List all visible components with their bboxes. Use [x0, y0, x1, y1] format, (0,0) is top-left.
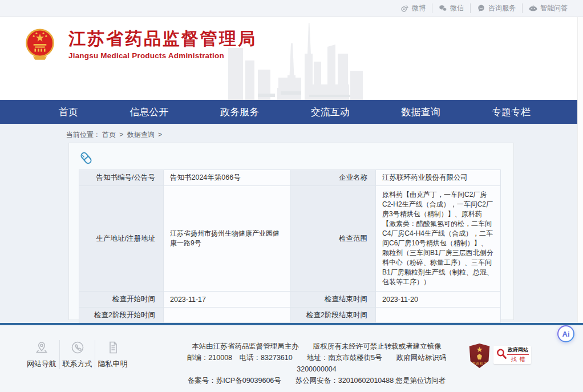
- consult-service-link[interactable]: 咨询服务: [470, 3, 522, 13]
- inspection-end-label: 检查结束时间: [290, 292, 376, 308]
- inspection-scope-value: 原料药【曲克芦丁，一车间C2厂房C2-H2生产线（合成），一车间C2厂房3号精烘…: [376, 186, 501, 292]
- inspection-end-value: 2023-11-20: [376, 292, 501, 308]
- company-name-value: 江苏联环药业股份有限公司: [376, 170, 501, 186]
- inspection-start-label: 检查开始时间: [79, 292, 164, 308]
- footer-line-host: 本站由江苏省药品监督管理局主办 版权所有未经许可禁止转载或者建立镜像: [168, 341, 465, 352]
- party-gov-org-badge[interactable]: ★ 党政机关: [469, 343, 490, 368]
- ai-assistant-button-label: Ai: [558, 326, 573, 341]
- footer-legal-text: 本站由江苏省药品监督管理局主办 版权所有未经许可禁止转载或者建立镜像 邮编：21…: [168, 341, 465, 386]
- footer-quick-links: 网站导航 联系方式 隐私申明: [24, 340, 130, 369]
- error-report-badge-top: 政府网站: [507, 346, 529, 355]
- company-name-label: 企业名称: [290, 170, 376, 186]
- phone-icon: [60, 340, 95, 355]
- contact-link[interactable]: 联系方式: [59, 340, 95, 369]
- contact-label: 联系方式: [60, 359, 95, 369]
- robot-qa-icon: [529, 4, 537, 13]
- party-gov-org-badge-label: 党政机关: [472, 361, 487, 366]
- nav-item-special-topics[interactable]: 专题专栏: [492, 106, 531, 119]
- wechat-link[interactable]: 微信: [432, 3, 470, 13]
- breadcrumb: 当前位置：首页 > 数据查询 >: [66, 130, 164, 140]
- privacy-link[interactable]: 隐私申明: [95, 340, 130, 369]
- nav-item-home[interactable]: 首页: [59, 106, 78, 119]
- table-row: 生产地址/注册地址 江苏省扬州市扬州生物健康产业园健康一路9号 检查范围 原料药…: [79, 186, 501, 292]
- site-header: 江苏省药品监督管理局 Jiangsu Medical Products Admi…: [0, 17, 583, 100]
- notice-number-value: 告知书2024年第066号: [164, 170, 290, 186]
- nav-item-gov-services[interactable]: 政务服务: [220, 106, 259, 119]
- map-pin-icon: [24, 340, 59, 355]
- weibo-icon: [400, 4, 409, 13]
- site-footer: 网站导航 联系方式 隐私申明 本站由江苏省药品监督管理局主办 版权所有未经许可禁…: [0, 323, 583, 392]
- badge-pillar-icon: [477, 354, 482, 359]
- weibo-label: 微博: [412, 3, 426, 13]
- nav-item-info-disclosure[interactable]: 信息公开: [130, 106, 169, 119]
- table-row: 告知书编号/公告号 告知书2024年第066号 企业名称 江苏联环药业股份有限公…: [79, 170, 501, 186]
- smart-qa-label: 智能问答: [540, 3, 568, 13]
- badge-star-icon: ★: [476, 345, 483, 354]
- site-title: 江苏省药品监督管理局: [68, 29, 257, 49]
- inspection-scope-label: 检查范围: [290, 186, 376, 292]
- wechat-label: 微信: [450, 3, 464, 13]
- phase2-start-label: 检查2阶段开始时间: [79, 308, 164, 323]
- main-navigation: 首页 信息公开 政务服务 交流互动 数据查询 专题专栏: [0, 100, 583, 124]
- notice-number-label: 告知书编号/公告号: [79, 170, 164, 186]
- error-report-badge-text: 政府网站 找错: [507, 346, 529, 363]
- national-emblem-logo: [25, 27, 55, 62]
- table-row: 检查2阶段开始时间 检查2阶段结束时间: [79, 308, 501, 323]
- nav-item-data-query[interactable]: 数据查询: [401, 106, 440, 119]
- breadcrumb-prefix: 当前位置：: [66, 131, 100, 139]
- footer-line-icp: 备案号：苏ICP备09039606号 苏公网安备：32010602010488 …: [168, 375, 465, 386]
- phase2-start-value: [164, 308, 290, 323]
- content-area: 当前位置：首页 > 数据查询 > 告知书编号/公告号 告知书2024年第066号…: [0, 124, 583, 323]
- breadcrumb-home-link[interactable]: 首页: [102, 131, 116, 139]
- breadcrumb-separator: >: [119, 131, 123, 139]
- scrollbar-track[interactable]: [577, 17, 583, 323]
- brand-block[interactable]: 江苏省药品监督管理局 Jiangsu Medical Products Admi…: [25, 27, 257, 62]
- site-subtitle: Jiangsu Medical Products Administration: [68, 51, 257, 60]
- privacy-label: 隐私申明: [95, 359, 130, 369]
- footer-line-contact: 邮编：210008 电话：83273610 地址：南京市鼓楼街5号 政府网站标识…: [168, 352, 465, 375]
- smart-qa-link[interactable]: 智能问答: [522, 3, 574, 13]
- phase2-end-label: 检查2阶段结束时间: [290, 308, 376, 323]
- phase2-end-value: [376, 308, 501, 323]
- breadcrumb-separator-2: >: [158, 131, 162, 139]
- site-map-label: 网站导航: [24, 359, 59, 369]
- site-map-link[interactable]: 网站导航: [24, 340, 59, 369]
- table-row: 检查开始时间 2023-11-17 检查结束时间 2023-11-20: [79, 292, 501, 308]
- gov-site-error-report-badge[interactable]: 政府网站 找错: [493, 346, 531, 364]
- error-report-badge-bottom: 找错: [507, 355, 529, 363]
- privacy-doc-icon: [95, 340, 130, 355]
- breadcrumb-data-query-link[interactable]: 数据查询: [127, 131, 155, 139]
- ai-assistant-button[interactable]: Ai: [557, 325, 574, 342]
- production-address-label: 生产地址/注册地址: [79, 186, 164, 292]
- inspection-start-value: 2023-11-17: [164, 292, 290, 308]
- magnifier-icon: [496, 347, 507, 362]
- wechat-icon: [439, 4, 447, 13]
- consult-service-label: 咨询服务: [488, 3, 516, 13]
- top-utility-bar: 微博 微信 咨询服务 智能问答: [0, 0, 583, 17]
- nav-item-interaction[interactable]: 交流互动: [311, 106, 350, 119]
- production-address-value: 江苏省扬州市扬州生物健康产业园健康一路9号: [164, 186, 290, 292]
- weibo-link[interactable]: 微博: [394, 3, 432, 13]
- inspection-detail-card: 告知书编号/公告号 告知书2024年第066号 企业名称 江苏联环药业股份有限公…: [68, 143, 514, 320]
- consult-chat-icon: [477, 4, 485, 13]
- capsule-pill-icon: [79, 151, 94, 165]
- brand-text: 江苏省药品监督管理局 Jiangsu Medical Products Admi…: [68, 29, 257, 60]
